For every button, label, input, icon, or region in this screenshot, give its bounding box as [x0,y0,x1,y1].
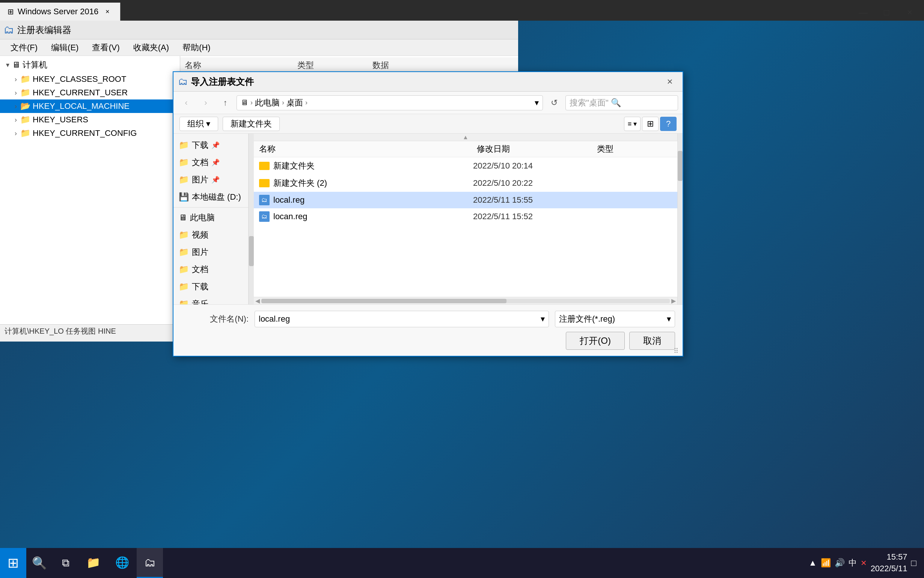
sidebar-item-music[interactable]: 📁 音乐 [174,295,248,304]
nav-up-btn[interactable]: ↑ [217,95,234,110]
tree-root-item[interactable]: ▾ 🖥 计算机 [0,57,180,72]
view-list-btn[interactable]: ≡ ▾ [624,117,640,131]
resize-handle[interactable]: ⠿ [674,347,681,354]
breadcrumb-dropdown[interactable]: ▾ [535,98,539,108]
sidebar-item-pics2[interactable]: 📁 图片 [174,244,248,261]
header-data: 数据 [372,60,514,71]
sidebar-item-this-pc[interactable]: 🖥 此电脑 [174,209,248,226]
folder-icon-sm: 📁 [179,140,189,150]
sidebar-item-video[interactable]: 📁 视频 [174,226,248,244]
menu-favorites[interactable]: 收藏夹(A) [127,40,175,55]
menu-file[interactable]: 文件(F) [5,40,44,55]
folder-icon: 📁 [20,74,31,84]
filename-value: local.reg [259,314,290,324]
view-detail-btn[interactable]: ⊞ [642,117,659,131]
col-header-type[interactable]: 类型 [597,143,672,155]
footer-buttons: 打开(O) 取消 [181,332,675,350]
network-icon[interactable]: 📶 [821,558,831,568]
file-row-folder1[interactable]: 新建文件夹 2022/5/10 20:14 [254,157,677,175]
footer-filename-row: 文件名(N): local.reg ▾ 注册文件(*.reg) ▾ [181,311,675,327]
sidebar-item-docs2[interactable]: 📁 文档 [174,261,248,278]
taskbar-item-ie[interactable]: 🌐 [108,548,136,578]
tree-item-current-user[interactable]: › 📁 HKEY_CURRENT_USER [0,86,180,99]
sidebar-label: 图片 [192,247,208,258]
taskbar-tray: ▲ 📶 🔊 中 ✕ 15:57 2022/5/11 □ [809,551,924,575]
dialog-toolbar: ‹ › ↑ 🖥 › 此电脑 › 桌面 › ▾ ↺ 搜索"桌面" 🔍 [174,92,682,114]
reg-file-icon: 🗂 [259,195,270,205]
breadcrumb-desktop[interactable]: 桌面 [286,97,303,109]
file-row-local-reg[interactable]: 🗂 local.reg 2022/5/11 15:55 [254,192,677,208]
refresh-btn[interactable]: ↺ [546,95,562,110]
filename-dropdown[interactable]: ▾ [541,314,545,324]
sidebar-label: 本地磁盘 (D:) [192,192,241,203]
nav-back-btn[interactable]: ‹ [178,95,195,110]
pc-icon: 🖥 [179,213,187,222]
col-header-name[interactable]: 名称 [259,143,477,155]
file-date: 2022/5/10 20:22 [473,178,593,188]
col-header-date[interactable]: 修改日期 [477,143,597,155]
dialog-sidebar: 📁 下载 📌 📁 文档 📌 📁 图片 📌 [174,134,248,304]
menu-view[interactable]: 查看(V) [86,40,125,55]
breadcrumb-pc[interactable]: 此电脑 [255,97,280,109]
filelist-scrollbar[interactable] [677,134,682,304]
breadcrumb-sep3: › [305,99,307,107]
tree-item-classes-root[interactable]: › 📁 HKEY_CLASSES_ROOT [0,72,180,86]
folder-icon-sm: 📁 [179,157,189,167]
taskbar-item-regedit[interactable]: 🗂 [136,548,163,578]
file-row-locan-reg[interactable]: 🗂 locan.reg 2022/5/11 15:52 [254,208,677,225]
regedit-icon: 🗂 [144,556,156,569]
organize-btn[interactable]: 组织 ▾ [179,117,218,131]
dialog-close-btn[interactable]: × [661,74,678,89]
sidebar-scrollbar[interactable] [248,134,254,304]
tab-close-btn[interactable]: × [102,6,113,17]
tree-item-local-machine[interactable]: › 📂 HKEY_LOCAL_MACHINE [0,99,180,113]
explorer-icon: 📁 [86,556,100,569]
sidebar-label: 文档 [192,264,208,275]
sidebar-item-download2[interactable]: 📁 下载 [174,278,248,295]
filename-input[interactable]: local.reg ▾ [255,311,549,327]
sidebar-scroll-thumb[interactable] [249,236,254,266]
filelist-scroll-thumb[interactable] [678,151,682,181]
windows-server-tab[interactable]: ⊞ Windows Server 2016 × [0,3,120,21]
filetype-label: 注册文件(*.reg) [559,313,615,325]
taskbar-clock[interactable]: 15:57 2022/5/11 [871,551,908,575]
menu-help[interactable]: 帮助(H) [177,40,217,55]
taskbar-item-explorer[interactable]: 📁 [79,548,108,578]
sidebar-item-download[interactable]: 📁 下载 📌 [174,136,248,154]
volume-icon[interactable]: 🔊 [835,558,845,568]
cancel-button[interactable]: 取消 [629,332,675,350]
reg-file-icon: 🗂 [259,211,270,222]
tree-root-label: 计算机 [23,59,47,71]
sidebar-item-pics[interactable]: 📁 图片 📌 [174,171,248,188]
file-name: 新建文件夹 (2) [273,177,327,189]
minimize-button[interactable]: — [852,4,874,21]
menu-edit[interactable]: 编辑(E) [45,40,84,55]
maximize-button[interactable]: □ [875,4,898,21]
task-view-icon: ⧉ [62,557,70,569]
file-row-folder2[interactable]: 新建文件夹 (2) 2022/5/10 20:22 [254,175,677,192]
clock-time: 15:57 [887,551,907,563]
tree-item-users[interactable]: › 📁 HKEY_USERS [0,113,180,127]
help-btn[interactable]: ? [660,117,677,131]
open-button[interactable]: 打开(O) [566,332,625,350]
new-folder-btn[interactable]: 新建文件夹 [222,117,280,131]
taskbar-search[interactable]: 🔍 [26,548,52,578]
start-button[interactable]: ⊞ [0,548,26,578]
lang-indicator[interactable]: 中 [849,557,857,568]
sidebar-item-docs[interactable]: 📁 文档 📌 [174,154,248,171]
notification-btn[interactable]: □ [911,558,917,568]
tree-item-current-config[interactable]: › 📁 HKEY_CURRENT_CONFIG [0,127,180,140]
search-box[interactable]: 搜索"桌面" 🔍 [565,95,678,110]
folder-icon-sm: 📁 [179,230,189,240]
start-icon: ⊞ [8,555,19,571]
sidebar-item-local-d[interactable]: 💾 本地磁盘 (D:) [174,188,248,206]
taskbar-task-view[interactable]: ⧉ [52,548,79,578]
reg-editor-menubar: 文件(F) 编辑(E) 查看(V) 收藏夹(A) 帮助(H) [0,39,518,56]
breadcrumb-bar[interactable]: 🖥 › 此电脑 › 桌面 › ▾ [237,95,543,110]
clock-date: 2022/5/11 [871,563,908,575]
filetype-dropdown[interactable]: 注册文件(*.reg) ▾ [555,311,675,327]
sidebar-label: 下载 [192,140,208,151]
search-placeholder: 搜索"桌面" [570,97,609,109]
close-button[interactable]: × [898,4,921,21]
nav-forward-btn[interactable]: › [198,95,214,110]
